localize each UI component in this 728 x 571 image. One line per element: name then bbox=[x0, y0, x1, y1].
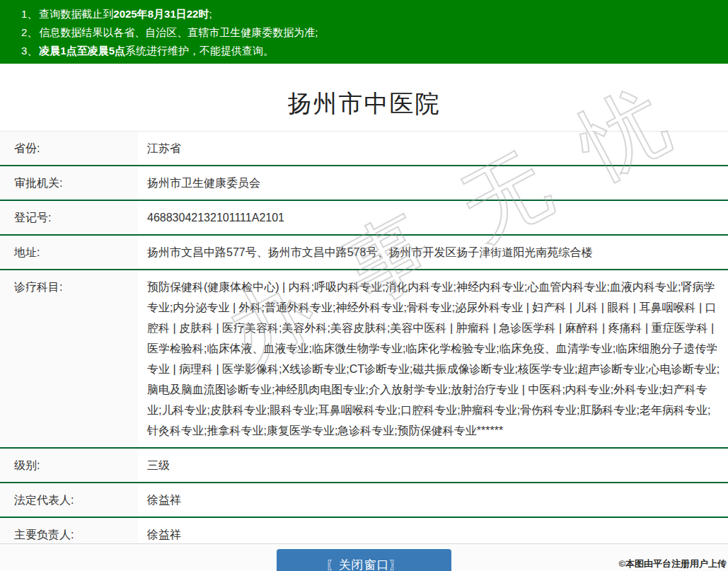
notice-text-post: 系统进行维护，不能提供查询。 bbox=[125, 45, 274, 57]
close-window-button[interactable]: 〖关闭窗口〗 bbox=[277, 549, 451, 571]
notice-text: 信息数据结果以各省、自治区、直辖市卫生健康委数据为准; bbox=[39, 26, 318, 38]
table-row-province: 省份: 江苏省 bbox=[0, 132, 728, 166]
row-value: 三级 bbox=[138, 449, 728, 482]
row-value: 扬州市卫生健康委员会 bbox=[138, 166, 728, 200]
query-result-page: 1、查询数据截止到2025年8月31日22时; 2、信息数据结果以各省、自治区、… bbox=[0, 0, 728, 571]
notice-text: 查询数据截止到 bbox=[39, 8, 113, 20]
notice-text-post: ; bbox=[209, 8, 212, 20]
row-value: 预防保健科(健康体检中心) | 内科;呼吸内科专业;消化内科专业;神经内科专业;… bbox=[138, 270, 728, 447]
row-value: 扬州市文昌中路577号、扬州市文昌中路578号、扬州市开发区扬子津街道阳光南苑综… bbox=[138, 236, 728, 269]
table-row-approval-authority: 审批机关: 扬州市卫生健康委员会 bbox=[0, 166, 728, 201]
row-label: 地址: bbox=[0, 236, 138, 269]
notice-line-3: 3、凌晨1点至凌晨5点系统进行维护，不能提供查询。 bbox=[21, 42, 721, 60]
row-label: 法定代表人: bbox=[0, 483, 138, 517]
table-row-registration-number: 登记号: 46883042132101111A2101 bbox=[0, 201, 728, 236]
notice-line-2: 2、信息数据结果以各省、自治区、直辖市卫生健康委数据为准; bbox=[21, 23, 721, 42]
row-value: 46883042132101111A2101 bbox=[138, 201, 728, 234]
table-row-legal-representative: 法定代表人: 徐益祥 bbox=[0, 483, 728, 518]
notice-number: 3、 bbox=[21, 45, 37, 57]
table-row-address: 地址: 扬州市文昌中路577号、扬州市文昌中路578号、扬州市开发区扬子津街道阳… bbox=[0, 236, 728, 270]
notice-number: 2、 bbox=[21, 26, 37, 38]
row-label: 审批机关: bbox=[0, 166, 138, 200]
row-label: 级别: bbox=[0, 449, 138, 482]
notice-number: 1、 bbox=[21, 8, 37, 20]
notice-line-1: 1、查询数据截止到2025年8月31日22时; bbox=[21, 5, 721, 23]
notice-bold-text: 凌晨1点至凌晨5点 bbox=[39, 45, 125, 57]
notice-bold-text: 2025年8月31日22时 bbox=[113, 8, 209, 20]
row-label: 省份: bbox=[0, 132, 138, 165]
notice-banner: 1、查询数据截止到2025年8月31日22时; 2、信息数据结果以各省、自治区、… bbox=[0, 0, 728, 64]
upload-credit: ©本图由平台注册用户上传 bbox=[618, 558, 727, 570]
table-row-medical-subjects: 诊疗科目: 预防保健科(健康体检中心) | 内科;呼吸内科专业;消化内科专业;神… bbox=[0, 270, 728, 449]
row-value: 江苏省 bbox=[138, 132, 728, 165]
hospital-detail-table: 省份: 江苏省 审批机关: 扬州市卫生健康委员会 登记号: 4688304213… bbox=[0, 131, 728, 551]
table-row-level: 级别: 三级 bbox=[0, 449, 728, 483]
row-label: 登记号: bbox=[0, 201, 138, 234]
row-value: 徐益祥 bbox=[138, 483, 728, 517]
row-label: 诊疗科目: bbox=[0, 270, 138, 447]
hospital-title: 扬州市中医院 bbox=[0, 87, 728, 120]
